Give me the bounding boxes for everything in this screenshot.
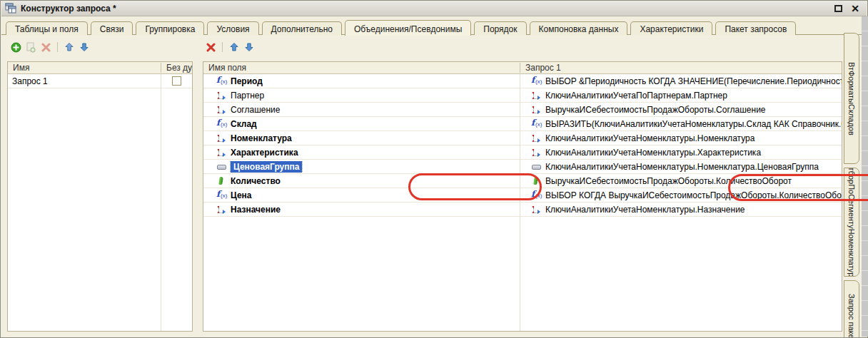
copy-query-button[interactable] <box>25 41 36 53</box>
delete-icon <box>206 43 216 52</box>
move-field-up-button[interactable] <box>228 41 240 53</box>
field-expression: ВыручкаИСебестоимостьПродажОбороты.Согла… <box>545 105 766 115</box>
function-icon <box>530 119 542 129</box>
field-row-period[interactable]: Период ВЫБОР &Периодичность КОГДА ЗНАЧЕН… <box>203 74 842 88</box>
side-tab-vtformatyskladov[interactable]: ВтФорматыСкладов <box>844 33 859 164</box>
delete-field-button[interactable] <box>205 41 216 53</box>
delete-icon <box>41 43 51 52</box>
aggregate-icon <box>530 176 542 186</box>
field-icon <box>215 148 227 158</box>
tab-characteristics[interactable]: Характеристики <box>630 21 712 35</box>
field-icon <box>530 105 542 115</box>
tab-data-composition[interactable]: Компоновка данных <box>530 21 628 35</box>
function-icon <box>215 76 227 86</box>
field-name: Цена <box>231 190 252 200</box>
field-name: Назначение <box>231 205 281 215</box>
window-title: Конструктор запроса * <box>21 4 116 14</box>
field-icon <box>530 148 542 158</box>
field-expression: КлючиАналитикиУчетаПоПартнерам.Партнер <box>545 91 727 101</box>
move-query-up-button[interactable] <box>64 41 75 53</box>
delete-query-button[interactable] <box>40 41 51 53</box>
field-name: Количество <box>231 176 281 186</box>
field-icon <box>215 105 227 115</box>
queries-grid-header: Имя Без ду... <box>8 62 192 74</box>
side-tab-otborposegmentu[interactable]: ОтборПоСегментуНоменклатуры <box>844 168 859 277</box>
column-divider <box>520 74 520 331</box>
arrow-up-icon <box>64 42 74 52</box>
equals-icon <box>215 162 227 172</box>
toolbar-separator <box>222 42 223 52</box>
add-query-button[interactable] <box>10 41 21 53</box>
field-name: Склад <box>231 119 257 129</box>
function-icon <box>215 190 227 200</box>
fields-grid: Имя поля Запрос 1 Период ВЫБОР &Периодич… <box>203 61 842 332</box>
add-icon <box>11 42 21 53</box>
tab-query-batch[interactable]: Пакет запросов <box>715 21 796 35</box>
aggregate-icon <box>215 176 227 186</box>
side-tab-zapros-paketa-3[interactable]: Запрос пакета 3 <box>844 280 859 337</box>
field-name-selected: ЦеноваяГруппа <box>231 161 302 173</box>
field-row-warehouse[interactable]: Склад ВЫРАЗИТЬ(КлючиАналитикиУчетаНоменк… <box>203 117 842 131</box>
tab-grouping[interactable]: Группировка <box>136 21 204 35</box>
field-row-price[interactable]: Цена ВЫБОР КОГДА ВыручкаИСебестоимостьПр… <box>203 188 842 203</box>
field-expression: КлючиАналитикиУчетаНоменклатуры.Номенкла… <box>545 162 819 172</box>
move-field-down-button[interactable] <box>243 41 255 53</box>
field-row-quantity[interactable]: Количество ВыручкаИСебестоимостьПродажОб… <box>203 174 842 188</box>
field-row-price-group[interactable]: ЦеноваяГруппа КлючиАналитикиУчетаНоменкл… <box>203 160 842 174</box>
query-builder-window: Конструктор запроса * ✕ Таблицы и поля С… <box>0 0 868 338</box>
tab-additional[interactable]: Дополнительно <box>262 21 342 35</box>
column-header-no-duplicates: Без ду... <box>161 63 192 73</box>
maximize-button[interactable] <box>834 5 842 12</box>
title-bar: Конструктор запроса * ✕ <box>1 1 867 16</box>
field-row-partner[interactable]: Партнер КлючиАналитикиУчетаПоПартнерам.П… <box>203 88 842 103</box>
tab-conditions[interactable]: Условия <box>207 21 258 35</box>
column-header-field-name: Имя поля <box>203 63 520 73</box>
batch-query-tabs: ВтФорматыСкладов ОтборПоСегментуНоменкла… <box>844 22 862 337</box>
field-expression: ВЫБОР &Периодичность КОГДА ЗНАЧЕНИЕ(Пере… <box>545 76 842 86</box>
field-icon <box>530 91 542 101</box>
column-divider <box>161 74 161 331</box>
queries-toolbar <box>10 41 90 53</box>
close-button[interactable]: ✕ <box>851 4 859 14</box>
background-window-strip <box>862 16 868 337</box>
function-icon <box>530 190 542 200</box>
move-query-down-button[interactable] <box>79 41 90 53</box>
field-expression: ВЫБОР КОГДА ВыручкаИСебестоимостьПродажО… <box>545 190 842 200</box>
tab-tables-fields[interactable]: Таблицы и поля <box>6 21 88 35</box>
query-row[interactable]: Запрос 1 <box>8 74 192 88</box>
equals-icon <box>530 162 542 172</box>
field-name: Номенклатура <box>231 133 292 143</box>
no-duplicates-checkbox[interactable] <box>172 76 181 86</box>
copy-icon <box>26 42 36 53</box>
query-name: Запрос 1 <box>8 76 161 86</box>
fields-toolbar <box>205 41 255 53</box>
field-expression: КлючиАналитикиУчетаНоменклатуры.Номенкла… <box>545 133 755 143</box>
field-row-purpose[interactable]: Назначение КлючиАналитикиУчетаНоменклату… <box>203 203 842 217</box>
field-name: Характеристика <box>231 148 298 158</box>
tab-unions-aliases[interactable]: Объединения/Псевдонимы <box>345 20 471 36</box>
field-expression: ВыручкаИСебестоимостьПродажОбороты.Колич… <box>545 176 792 186</box>
field-name: Соглашение <box>231 105 280 115</box>
field-icon <box>215 205 227 215</box>
toolbar-separator <box>57 42 58 52</box>
query-builder-icon <box>5 3 16 14</box>
field-row-agreement[interactable]: Соглашение ВыручкаИСебестоимостьПродажОб… <box>203 103 842 117</box>
tab-links[interactable]: Связи <box>91 21 133 35</box>
queries-grid: Имя Без ду... Запрос 1 <box>7 61 193 332</box>
column-header-name: Имя <box>8 63 161 73</box>
field-name: Период <box>231 76 263 86</box>
unions-aliases-panel: Имя Без ду... Запрос 1 Имя поля Запрос 1… <box>1 34 867 337</box>
fields-grid-header: Имя поля Запрос 1 <box>203 62 842 74</box>
function-icon <box>530 76 542 86</box>
tab-strip: Таблицы и поля Связи Группировка Условия… <box>6 21 796 35</box>
tab-order[interactable]: Порядок <box>474 21 526 35</box>
field-expression: ВЫРАЗИТЬ(КлючиАналитикиУчетаНоменклатуры… <box>545 119 842 129</box>
field-row-nomenclature[interactable]: Номенклатура КлючиАналитикиУчетаНоменкла… <box>203 131 842 145</box>
column-header-query1: Запрос 1 <box>520 63 842 73</box>
field-name: Партнер <box>231 91 264 101</box>
field-row-characteristic[interactable]: Характеристика КлючиАналитикиУчетаНоменк… <box>203 145 842 160</box>
field-icon <box>530 133 542 143</box>
arrow-down-icon <box>79 42 89 52</box>
function-icon <box>215 119 227 129</box>
field-icon <box>530 205 542 215</box>
